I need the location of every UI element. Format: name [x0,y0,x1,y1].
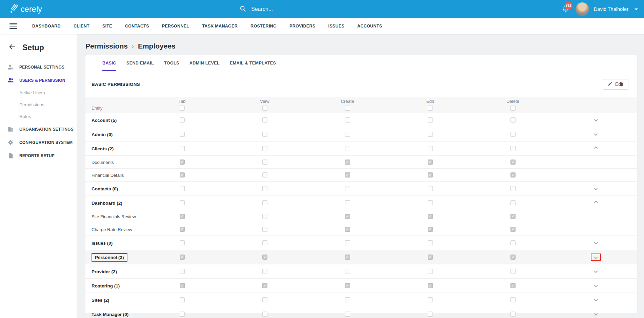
permission-checkbox-view[interactable] [262,283,267,288]
select-all-checkbox-tab[interactable] [180,106,185,111]
expand-chevron-icon[interactable] [594,117,598,121]
select-all-checkbox-create[interactable] [345,106,350,111]
permission-checkbox-delete[interactable] [510,227,516,232]
permission-checkbox-tab[interactable] [180,200,185,205]
permission-checkbox-view[interactable] [262,160,267,165]
nav-item-task-manager[interactable]: TASK MANAGER [202,24,238,29]
permission-checkbox-edit[interactable] [428,297,433,302]
tab-send-email[interactable]: SEND EMAIL [126,61,154,71]
select-all-checkbox-delete[interactable] [510,106,516,111]
permission-checkbox-edit[interactable] [428,227,433,232]
permission-checkbox-create[interactable] [345,283,350,288]
breadcrumb-permissions[interactable]: Permissions [85,42,128,50]
expand-chevron-icon[interactable] [594,255,598,259]
tab-admin-level[interactable]: ADMIN LEVEL [189,61,220,71]
permission-checkbox-create[interactable] [345,186,350,191]
permission-checkbox-edit[interactable] [428,255,433,260]
permission-checkbox-edit[interactable] [428,200,433,205]
permission-checkbox-create[interactable] [345,172,350,177]
nav-item-issues[interactable]: ISSUES [328,24,344,29]
permission-checkbox-edit[interactable] [428,269,433,274]
permission-checkbox-view[interactable] [262,297,267,302]
permission-checkbox-tab[interactable] [180,172,185,177]
tab-email-templates[interactable]: EMAIL & TEMPLATES [230,61,276,71]
permission-checkbox-view[interactable] [262,255,267,260]
sidebar-item-users-permission[interactable]: USERS & PERMISSION [0,74,77,87]
permission-checkbox-tab[interactable] [180,255,185,260]
permission-checkbox-edit[interactable] [428,214,433,219]
permission-checkbox-delete[interactable] [510,269,516,274]
permission-checkbox-tab[interactable] [180,297,185,302]
permission-checkbox-view[interactable] [262,146,267,151]
edit-button[interactable]: Edit [603,79,628,90]
permission-checkbox-view[interactable] [262,186,267,191]
permission-checkbox-tab[interactable] [180,312,185,317]
nav-item-accounts[interactable]: ACCOUNTS [357,24,382,29]
permission-checkbox-tab[interactable] [180,132,185,137]
permission-checkbox-create[interactable] [345,269,350,274]
permission-checkbox-tab[interactable] [180,214,185,219]
permission-checkbox-delete[interactable] [510,255,516,260]
notifications-button[interactable]: 762 [561,4,571,14]
permission-checkbox-create[interactable] [345,227,350,232]
hamburger-menu-icon[interactable] [9,23,17,29]
user-menu-caret-icon[interactable] [635,8,638,10]
nav-item-dashboard[interactable]: DASHBOARD [32,24,61,29]
permission-checkbox-edit[interactable] [428,312,433,317]
user-avatar[interactable] [576,2,589,16]
search-input[interactable] [251,6,353,12]
permission-checkbox-create[interactable] [345,214,350,219]
permission-checkbox-create[interactable] [345,117,350,123]
sidebar-subitem-roles[interactable]: Roles [0,111,77,123]
select-all-checkbox-view[interactable] [262,106,267,111]
permission-checkbox-delete[interactable] [510,240,516,245]
permission-checkbox-create[interactable] [345,312,350,317]
sidebar-item-reports-setup[interactable]: REPORTS SETUP [0,149,77,162]
expand-chevron-icon[interactable] [594,312,598,315]
permission-checkbox-create[interactable] [345,160,350,165]
nav-item-site[interactable]: SITE [102,24,112,29]
permission-checkbox-view[interactable] [262,200,267,205]
permission-checkbox-create[interactable] [345,200,350,205]
permission-checkbox-delete[interactable] [510,117,516,123]
permission-checkbox-create[interactable] [345,297,350,302]
permission-checkbox-view[interactable] [262,269,267,274]
permission-checkbox-delete[interactable] [510,160,516,165]
permission-checkbox-tab[interactable] [180,146,185,151]
expand-chevron-icon[interactable] [594,269,598,273]
select-all-checkbox-edit[interactable] [428,106,433,111]
permission-checkbox-create[interactable] [345,146,350,151]
sidebar-item-personal-settings[interactable]: PERSONAL SETTINGS [0,60,77,74]
permission-checkbox-view[interactable] [262,172,267,177]
brand-logo[interactable]: cerely [9,3,42,15]
nav-item-rostering[interactable]: ROSTERING [250,24,277,29]
permission-checkbox-delete[interactable] [510,297,516,302]
permission-checkbox-tab[interactable] [180,186,185,191]
permission-checkbox-delete[interactable] [510,214,516,219]
expand-chevron-icon[interactable] [594,132,598,135]
expand-chevron-icon[interactable] [594,240,598,244]
tab-basic[interactable]: BASIC [102,61,116,71]
permission-checkbox-tab[interactable] [180,160,185,165]
permission-checkbox-edit[interactable] [428,172,433,177]
permission-checkbox-edit[interactable] [428,186,433,191]
nav-item-contacts[interactable]: CONTACTS [125,24,149,29]
sidebar-item-organisation-settings[interactable]: ORGANISATION SETTINGS [0,123,77,136]
sidebar-subitem-permissions[interactable]: Permissions [0,99,77,111]
permission-checkbox-create[interactable] [345,255,350,260]
permission-checkbox-delete[interactable] [510,146,516,151]
permission-checkbox-view[interactable] [262,312,267,317]
permission-checkbox-delete[interactable] [510,200,516,205]
nav-item-providers[interactable]: PROVIDERS [289,24,315,29]
global-search[interactable] [239,0,353,18]
permission-checkbox-delete[interactable] [510,186,516,191]
permission-checkbox-create[interactable] [345,240,350,245]
permission-checkbox-tab[interactable] [180,283,185,288]
permission-checkbox-edit[interactable] [428,146,433,151]
sidebar-item-configuration-system[interactable]: CONFIGURATION SYSTEM [0,136,77,149]
permission-checkbox-edit[interactable] [428,132,433,137]
permission-checkbox-view[interactable] [262,117,267,123]
permission-checkbox-view[interactable] [262,240,267,245]
permission-checkbox-tab[interactable] [180,269,185,274]
expand-chevron-icon[interactable] [594,297,598,301]
